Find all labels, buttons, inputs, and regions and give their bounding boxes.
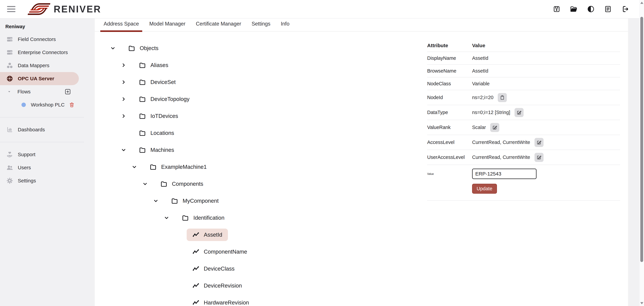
sidebar-group-label: Reniway <box>5 24 95 29</box>
sidebar-item-data-mappers[interactable]: Data Mappers <box>0 59 95 72</box>
attribute-row-useraccesslevel: UserAccessLevel CurrentRead, CurrentWrit… <box>427 150 620 165</box>
logout-icon[interactable] <box>621 5 629 13</box>
tree-node-componentname[interactable]: ComponentName <box>187 246 253 258</box>
boxes-icon <box>6 62 13 69</box>
folder-icon <box>139 112 146 120</box>
tree-row: Components <box>95 175 427 192</box>
save-icon[interactable] <box>553 5 560 13</box>
attribute-row-displayname: DisplayName AssetId <box>427 52 620 65</box>
tree-node-machines[interactable]: Machines <box>133 143 180 156</box>
tab-certificate-manager[interactable]: Certificate Manager <box>192 19 245 32</box>
tree-row: MyComponent <box>95 192 427 209</box>
chevron-right-icon[interactable] <box>120 96 126 102</box>
chevron-right-icon[interactable] <box>120 113 126 119</box>
folder-icon <box>139 129 146 137</box>
tree-node-assetid[interactable]: AssetId <box>187 229 228 241</box>
variable-icon <box>192 299 200 306</box>
server-stack-icon <box>6 49 13 56</box>
folder-icon <box>160 180 168 188</box>
sidebar-item-support[interactable]: Support <box>0 148 95 161</box>
edit-accesslevel-button[interactable] <box>534 138 544 147</box>
hamburger-menu-button[interactable] <box>7 5 16 14</box>
gear-icon <box>6 177 13 184</box>
attributes-panel: Attribute Value DisplayName AssetId Brow… <box>427 32 620 306</box>
address-space-content: Objects Aliases DeviceSet <box>95 32 628 306</box>
tree-node-iotdevices[interactable]: IoTDevices <box>133 110 184 122</box>
sidebar: Reniway Field Connectors Enterprise Conn… <box>0 19 95 306</box>
sidebar-item-label: Dashboards <box>18 127 45 132</box>
chevron-down-icon[interactable] <box>120 147 126 153</box>
value-input[interactable] <box>472 169 536 179</box>
sidebar-divider <box>0 142 84 142</box>
attributes-header-row: Attribute Value <box>427 40 620 52</box>
sidebar-item-dashboards[interactable]: Dashboards <box>0 123 95 136</box>
sidebar-item-opc-ua-server[interactable]: OPC UA Server <box>0 72 79 85</box>
attribute-row-browsename: BrowseName AssetId <box>427 65 620 77</box>
sidebar-item-workshop-plc[interactable]: Workshop PLC <box>0 98 95 111</box>
folder-icon <box>150 163 157 171</box>
tree-row: IoTDevices <box>95 107 427 124</box>
attribute-value: CurrentRead, CurrentWrite <box>472 139 530 145</box>
tree-row: DeviceRevision <box>95 277 427 294</box>
tab-address-space[interactable]: Address Space <box>100 19 142 32</box>
update-button[interactable]: Update <box>472 184 497 194</box>
trash-icon[interactable] <box>69 102 75 108</box>
tree-row: Machines <box>95 141 427 158</box>
tab-info[interactable]: Info <box>278 19 293 32</box>
add-flow-button[interactable] <box>64 88 71 95</box>
pencil-square-icon <box>536 155 542 160</box>
folder-icon <box>139 61 146 69</box>
bar-chart-icon <box>6 126 13 133</box>
tree-node-mycomponent[interactable]: MyComponent <box>165 195 224 207</box>
tree-node-deviceclass[interactable]: DeviceClass <box>187 262 240 275</box>
address-space-tree: Objects Aliases DeviceSet <box>95 32 427 306</box>
tab-settings[interactable]: Settings <box>248 19 274 32</box>
hand-heart-icon <box>6 151 13 158</box>
tree-node-hardwarerevision[interactable]: HardwareRevision <box>187 296 255 306</box>
variable-icon <box>192 282 200 289</box>
flows-label[interactable]: Flows <box>18 89 30 95</box>
scroll-up-arrow-icon[interactable] <box>640 2 643 4</box>
scrollbar-thumb[interactable] <box>640 17 643 262</box>
tree-row: DeviceSet <box>95 74 427 91</box>
sidebar-item-enterprise-connectors[interactable]: Enterprise Connectors <box>0 46 95 59</box>
event-log-icon[interactable] <box>604 5 612 13</box>
tab-model-manager[interactable]: Model Manager <box>146 19 189 32</box>
open-folder-icon[interactable] <box>570 5 578 13</box>
tree-node-components[interactable]: Components <box>154 178 209 190</box>
sidebar-item-settings[interactable]: Settings <box>0 174 95 187</box>
attribute-value: AssetId <box>472 55 488 61</box>
edit-useraccesslevel-button[interactable] <box>534 153 544 162</box>
tree-node-aliases[interactable]: Aliases <box>133 59 174 72</box>
sidebar-item-users[interactable]: Users <box>0 161 95 174</box>
scroll-down-arrow-icon[interactable] <box>640 302 643 304</box>
chevron-right-icon[interactable] <box>120 79 126 85</box>
tree-node-objects[interactable]: Objects <box>122 42 164 55</box>
chevron-down-icon[interactable] <box>164 215 170 221</box>
tree-row: DeviceClass <box>95 260 427 277</box>
tree-row: Locations <box>95 124 427 141</box>
chevron-right-icon[interactable] <box>120 62 126 68</box>
edit-datatype-button[interactable] <box>514 108 524 117</box>
header-actions <box>553 5 629 13</box>
edit-valuerank-button[interactable] <box>490 123 499 132</box>
flow-item-label: Workshop PLC <box>31 102 64 108</box>
tree-node-locations[interactable]: Locations <box>133 127 180 139</box>
pencil-square-icon <box>516 110 522 115</box>
chevron-down-icon[interactable] <box>142 181 148 187</box>
vertical-scrollbar[interactable] <box>639 0 644 306</box>
tree-node-identification[interactable]: Identification <box>176 211 230 224</box>
tree-node-examplemachine1[interactable]: ExampleMachine1 <box>144 161 212 173</box>
tree-node-devicetopology[interactable]: DeviceTopology <box>133 93 195 105</box>
theme-contrast-icon[interactable] <box>587 5 595 13</box>
chevron-down-icon[interactable] <box>131 164 137 170</box>
tree-node-devicerevision[interactable]: DeviceRevision <box>187 279 248 292</box>
chevron-down-icon[interactable] <box>110 45 116 51</box>
sidebar-item-flows: Flows <box>0 85 95 98</box>
tree-node-deviceset[interactable]: DeviceSet <box>133 76 181 88</box>
attribute-row-accesslevel: AccessLevel CurrentRead, CurrentWrite <box>427 135 620 150</box>
sidebar-item-field-connectors[interactable]: Field Connectors <box>0 33 95 46</box>
chevron-down-icon[interactable] <box>153 198 159 204</box>
copy-nodeid-button[interactable] <box>498 93 507 102</box>
caret-down-icon[interactable] <box>7 89 12 94</box>
